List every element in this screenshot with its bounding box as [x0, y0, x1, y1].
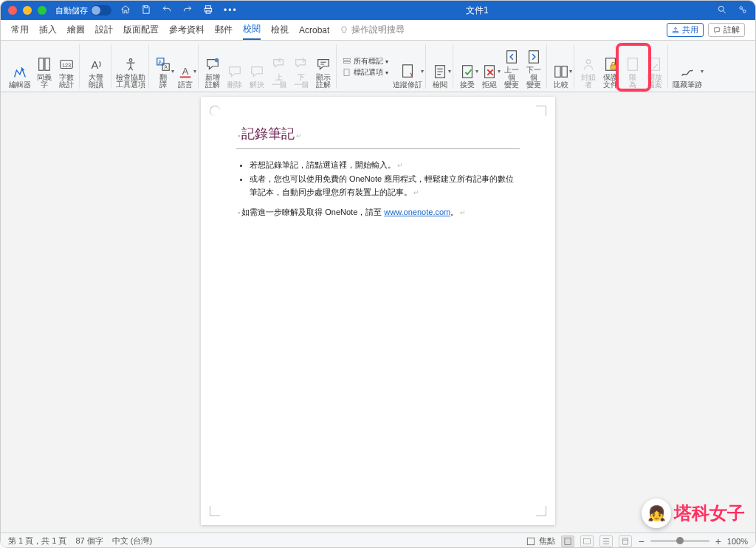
word-count-status[interactable]: 87 個字: [75, 535, 103, 547]
onenote-link[interactable]: www.onenote.com: [384, 208, 450, 216]
open-file-button[interactable]: 開放 檔案: [645, 46, 664, 89]
tab-insert[interactable]: 插入: [39, 21, 57, 39]
titlebar: 自動儲存 ••• 文件1: [1, 1, 755, 20]
doc-heading[interactable]: ▪記錄筆記↵: [236, 125, 520, 143]
language-status[interactable]: 中文 (台灣): [112, 535, 152, 547]
list-item: 或者，您也可以使用免費的 OneNote 應用程式，輕鬆建立所有記事的數位筆記本…: [250, 172, 520, 199]
tab-layout[interactable]: 版面配置: [123, 21, 159, 39]
prev-comment-button[interactable]: 上 一個: [269, 46, 289, 89]
tell-me-search[interactable]: 操作說明搜尋: [340, 24, 405, 36]
tab-mailings[interactable]: 郵件: [215, 21, 233, 39]
tell-me-label: 操作說明搜尋: [351, 24, 405, 36]
accept-button[interactable]: 接受▾: [458, 46, 477, 89]
next-change-button[interactable]: 下一個 變更: [524, 46, 543, 89]
ribbon: 編輯器 同義 字 123字數 統計 A大聲 朗讀 檢查協助 工具選項 あA翻 譯…: [1, 41, 755, 92]
track-changes-toggle[interactable]: 所有標記 ▾: [343, 56, 388, 66]
doc-body[interactable]: 若想記錄筆記，請點選這裡，開始輸入。↵ 或者，您也可以使用免費的 OneNote…: [236, 158, 520, 218]
language-button[interactable]: A語言▾: [176, 46, 195, 89]
maximize-window-button[interactable]: [38, 6, 47, 15]
resolve-comment-button[interactable]: 解決: [247, 46, 267, 89]
thesaurus-button[interactable]: 同義 字: [35, 46, 54, 89]
focus-mode-button[interactable]: 焦點: [526, 535, 555, 547]
read-aloud-button[interactable]: A大聲 朗讀: [84, 46, 108, 89]
show-markup-button[interactable]: 標記選項 ▾: [343, 67, 388, 78]
svg-rect-33: [611, 64, 616, 69]
share-activity-icon[interactable]: [738, 4, 748, 17]
svg-rect-18: [180, 76, 191, 78]
draft-view-button[interactable]: [619, 535, 632, 547]
protect-document-button[interactable]: 保護 文件: [601, 46, 620, 89]
compare-button[interactable]: 比較▾: [551, 46, 571, 89]
svg-rect-6: [673, 31, 678, 32]
tab-acrobat[interactable]: Acrobat: [299, 22, 329, 38]
tab-home[interactable]: 常用: [11, 21, 29, 39]
prev-change-button[interactable]: 上一個 變更: [502, 46, 521, 89]
share-button[interactable]: 共用: [667, 23, 704, 37]
tab-view[interactable]: 檢視: [271, 21, 289, 39]
document-workspace[interactable]: ▪記錄筆記↵ 若想記錄筆記，請點選這裡，開始輸入。↵ 或者，您也可以使用免費的 …: [1, 92, 755, 532]
quick-access-toolbar: •••: [120, 4, 238, 17]
crop-mark-icon: [210, 106, 220, 116]
word-count-button[interactable]: 123字數 統計: [57, 46, 76, 89]
svg-text:A: A: [92, 58, 99, 70]
show-comments-button[interactable]: 顯示 註解: [314, 46, 333, 89]
ribbon-tabs: 常用 插入 繪圖 設計 版面配置 參考資料 郵件 校閱 檢視 Acrobat 操…: [1, 20, 755, 41]
svg-rect-0: [206, 5, 211, 8]
translate-button[interactable]: あA翻 譯▾: [154, 46, 173, 89]
zoom-in-button[interactable]: +: [715, 535, 721, 547]
save-icon[interactable]: [141, 4, 151, 17]
svg-point-3: [718, 6, 724, 11]
svg-rect-27: [507, 50, 517, 63]
tab-design[interactable]: 設計: [95, 21, 113, 39]
window-controls: [8, 6, 47, 15]
hide-ink-button[interactable]: 隱藏筆跡▾: [673, 46, 702, 89]
print-icon[interactable]: [203, 4, 213, 17]
svg-rect-23: [403, 64, 413, 77]
doc-note[interactable]: ▪如需進一步瞭解及取得 OneNote，請至 www.onenote.com。↵: [236, 207, 520, 218]
reject-button[interactable]: 拒絕▾: [480, 46, 499, 89]
svg-rect-36: [528, 538, 535, 544]
watermark: 👧 塔科女子: [642, 499, 745, 528]
search-icon[interactable]: [717, 4, 727, 17]
web-layout-view-button[interactable]: [580, 535, 594, 547]
tab-review[interactable]: 校閱: [243, 20, 261, 40]
more-icon[interactable]: •••: [224, 5, 238, 16]
block-authors-button[interactable]: 封鎖 者: [579, 46, 598, 89]
svg-rect-20: [344, 59, 351, 61]
zoom-slider[interactable]: [650, 540, 709, 542]
close-window-button[interactable]: [8, 6, 17, 15]
print-layout-view-button[interactable]: [561, 535, 574, 547]
track-changes-button[interactable]: 追蹤修訂▾: [393, 46, 422, 89]
autosave-toggle[interactable]: [91, 5, 111, 16]
zoom-out-button[interactable]: −: [638, 535, 644, 547]
delete-comment-button[interactable]: 刪除: [225, 46, 244, 89]
svg-point-19: [215, 58, 219, 62]
svg-rect-21: [344, 62, 351, 64]
tab-draw[interactable]: 繪圖: [67, 21, 85, 39]
autosave-label: 自動儲存: [55, 5, 88, 16]
redo-icon[interactable]: [182, 4, 193, 17]
restrict-edit-button[interactable]: 限 為: [623, 46, 642, 89]
svg-rect-28: [529, 50, 539, 63]
svg-text:123: 123: [62, 61, 71, 68]
tab-references[interactable]: 參考資料: [169, 21, 205, 39]
divider: [236, 148, 520, 149]
next-comment-button[interactable]: 下 一個: [292, 46, 311, 89]
zoom-level[interactable]: 100%: [727, 537, 748, 546]
svg-text:A: A: [165, 64, 168, 69]
svg-rect-25: [463, 65, 472, 78]
watermark-text: 塔科女子: [674, 501, 745, 525]
comments-button[interactable]: 註解: [708, 23, 745, 37]
page-info[interactable]: 第 1 頁，共 1 頁: [8, 535, 66, 547]
svg-rect-29: [555, 66, 560, 77]
home-icon[interactable]: [120, 4, 131, 17]
document-page[interactable]: ▪記錄筆記↵ 若想記錄筆記，請點選這裡，開始輸入。↵ 或者，您也可以使用免費的 …: [201, 97, 555, 525]
svg-rect-38: [584, 538, 591, 544]
new-comment-button[interactable]: 新增 註解: [203, 46, 222, 89]
minimize-window-button[interactable]: [23, 6, 32, 15]
accessibility-button[interactable]: 檢查協助 工具選項: [116, 46, 145, 89]
outline-view-button[interactable]: [599, 535, 613, 547]
review-pane-button[interactable]: 檢閱▾: [430, 46, 450, 89]
editor-button[interactable]: 編輯器: [8, 46, 32, 89]
undo-icon[interactable]: [162, 4, 172, 17]
